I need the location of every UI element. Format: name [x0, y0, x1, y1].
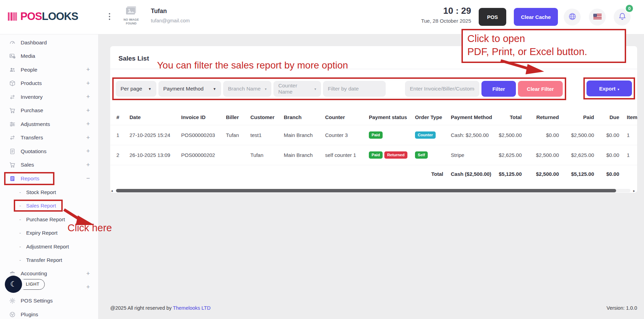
status-badge-paid: Paid	[369, 131, 383, 139]
sidebar-item-label: Products	[21, 80, 42, 86]
expand-plus-icon[interactable]: +	[86, 134, 90, 141]
date-filter-input[interactable]	[323, 81, 386, 97]
clock: 10 : 29 Tue, 28 October 2025	[393, 6, 471, 24]
barcode-icon	[7, 11, 19, 22]
invoice-search-input[interactable]	[405, 81, 479, 97]
clear-cache-button[interactable]: Clear Cache	[514, 8, 558, 26]
cell-returned: $0.00	[525, 132, 562, 138]
horizontal-scrollbar: ◂ ▸	[111, 189, 635, 193]
expand-plus-icon[interactable]: +	[86, 107, 90, 114]
per-page-label: Per page	[121, 86, 142, 92]
click-here-annotation: Click here	[67, 222, 112, 234]
expand-plus-icon[interactable]: +	[86, 66, 90, 73]
theme-toggle[interactable]: ☾ LIGHT	[5, 276, 45, 293]
total-returned: $2,500.00	[525, 171, 562, 177]
company-link[interactable]: Themelooks LTD	[173, 305, 210, 311]
sidebar-item-transfers[interactable]: Transfers +	[0, 131, 98, 145]
chevron-down-icon: ▼	[144, 87, 152, 91]
cell-items: 1	[623, 152, 637, 158]
col-header-returned: Returned	[525, 114, 562, 120]
collapse-minus-icon[interactable]: −	[86, 175, 90, 182]
expand-plus-icon[interactable]: +	[86, 148, 90, 155]
sidebar-item-products[interactable]: Products +	[0, 77, 98, 91]
status-badge-returned: Returned	[384, 151, 407, 159]
sidebar-item-sales[interactable]: Sales +	[0, 158, 98, 172]
people-icon	[9, 66, 16, 73]
total-label: Total	[411, 171, 447, 177]
products-box-icon	[9, 80, 16, 87]
sidebar-subitem-transfer-report[interactable]: -Transfer Report	[0, 253, 98, 267]
sidebar-item-quotations[interactable]: Quotations +	[0, 145, 98, 158]
subitem-label: Stock Report	[26, 189, 56, 195]
sidebar-item-pos-settings[interactable]: POS Settings	[0, 294, 98, 308]
expand-plus-icon[interactable]: +	[86, 93, 90, 100]
sidebar-item-dashboard[interactable]: Dashboard	[0, 36, 98, 50]
gear-icon	[9, 297, 16, 305]
pos-button[interactable]: POS	[479, 8, 506, 26]
expand-plus-icon[interactable]: +	[86, 161, 90, 169]
sidebar-item-reports[interactable]: Reports −	[0, 172, 98, 185]
sidebar-item-plugins[interactable]: Plugins	[0, 308, 98, 319]
quotations-document-icon	[9, 148, 16, 155]
language-globe-button[interactable]	[564, 9, 581, 25]
cell-invoice: POS00000203	[177, 132, 222, 138]
order-type-badge: Self	[415, 151, 428, 159]
expand-plus-icon[interactable]: +	[86, 120, 90, 128]
scroll-left-arrow[interactable]: ◂	[111, 189, 113, 193]
user-email: tufan@gmail.com	[151, 18, 190, 23]
clear-filter-button[interactable]: Clear Filter	[518, 81, 563, 97]
table-row[interactable]: 2 26-10-2025 13:09 POS00000202 Tufan Mai…	[110, 145, 637, 165]
scroll-right-arrow[interactable]: ▸	[633, 189, 635, 193]
scrollbar-track[interactable]	[115, 189, 631, 192]
sales-cart-icon	[9, 161, 16, 169]
scrollbar-thumb[interactable]	[116, 189, 616, 192]
globe-icon	[568, 12, 577, 22]
table-row[interactable]: 1 27-10-2025 15:24 POS00000203 Tufan tes…	[110, 125, 637, 145]
chevron-down-icon: ▾	[617, 87, 619, 91]
expand-plus-icon[interactable]: +	[86, 284, 90, 291]
subitem-label: Transfer Report	[26, 257, 62, 263]
cell-invoice: POS00000202	[177, 152, 222, 158]
payment-method-label: Payment Method	[163, 86, 204, 92]
sidebar-item-purchase[interactable]: Purchase +	[0, 104, 98, 118]
payment-method-select[interactable]: Payment Method ▼	[158, 81, 221, 97]
export-button[interactable]: Export▾	[586, 81, 632, 96]
expand-plus-icon[interactable]: +	[86, 80, 90, 87]
sidebar-subitem-adjustment-report[interactable]: -Adjustment Report	[0, 240, 98, 254]
filter-button[interactable]: Filter	[481, 81, 516, 97]
logo-text-pos: POS	[20, 10, 42, 23]
user-avatar[interactable]: NO IMAGE FOUND	[121, 6, 141, 25]
copyright: @2025 All right reserved by Themelooks L…	[110, 305, 210, 311]
sidebar-item-adjustments[interactable]: Adjustments +	[0, 117, 98, 131]
sidebar-item-people[interactable]: People +	[0, 63, 98, 77]
cell-paid: $2,625.00	[562, 152, 598, 158]
reports-document-icon	[9, 175, 16, 182]
expand-plus-icon[interactable]: +	[86, 270, 90, 277]
purchase-cart-icon	[9, 107, 16, 114]
cell-due: $0.00	[598, 132, 623, 138]
sidebar-item-media[interactable]: Media	[0, 50, 98, 63]
app-logo[interactable]: POS LOOKS	[7, 10, 78, 23]
sidebar-subitem-stock-report[interactable]: -Stock Report	[0, 185, 98, 199]
cell-num: 1	[110, 132, 125, 138]
sidebar-item-inventory[interactable]: Inventory +	[0, 90, 98, 104]
kebab-menu-icon[interactable]	[109, 13, 110, 20]
locale-flag-button[interactable]	[589, 9, 606, 25]
per-page-select[interactable]: Per page ▼	[116, 81, 156, 97]
page-footer: @2025 All right reserved by Themelooks L…	[110, 305, 637, 311]
chevron-down-icon: ▾	[261, 87, 267, 91]
branch-name-label: Branch Name	[228, 86, 261, 92]
col-header-due: Due	[598, 114, 623, 120]
col-header-date: Date	[125, 114, 177, 120]
cell-order-type: Counter	[411, 131, 447, 139]
counter-name-select[interactable]: Counter Name ▾	[273, 81, 321, 97]
sidebar-subitem-sales-report[interactable]: -Sales Report	[0, 199, 98, 213]
col-header-payment-method: Payment Method	[447, 114, 495, 120]
branch-name-select[interactable]: Branch Name ▾	[223, 81, 271, 97]
cell-counter: Counter 3	[321, 132, 365, 138]
filter-note-annotation: You can filter the sales report by more …	[157, 60, 348, 71]
no-image-label-2: FOUND	[121, 22, 141, 25]
col-header-customer: Customer	[246, 114, 280, 120]
subitem-label: Expiry Report	[26, 230, 58, 236]
moon-icon: ☾	[5, 276, 22, 293]
